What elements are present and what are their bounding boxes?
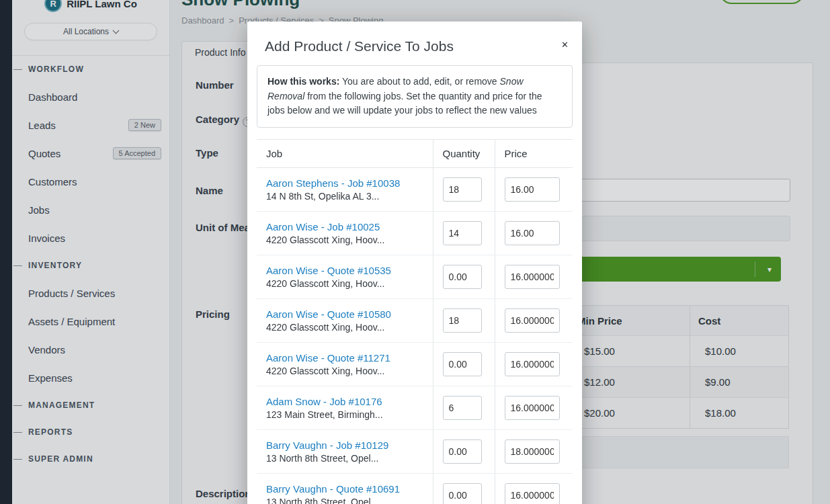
- modal-header: Add Product / Service To Jobs ✕: [247, 22, 582, 65]
- job-link[interactable]: Aaron Wise - Quote #10580: [266, 308, 423, 320]
- job-row: Barry Vaughn - Job #10129 13 North 8th S…: [257, 430, 573, 474]
- quantity-input[interactable]: [443, 439, 482, 464]
- quantity-input[interactable]: [443, 221, 482, 245]
- job-address: 4220 Glasscott Xing, Hoov...: [266, 278, 423, 289]
- jobs-table: Job Quantity Price Aaron Stephens - Job …: [257, 139, 573, 504]
- modal-body: How this works: You are about to add, ed…: [247, 65, 582, 504]
- price-input[interactable]: [505, 396, 560, 420]
- price-column-header: Price: [495, 140, 573, 168]
- job-link[interactable]: Aaron Stephens - Job #10038: [266, 177, 423, 189]
- job-row: Aaron Wise - Quote #11271 4220 Glasscott…: [257, 343, 573, 386]
- job-row: Aaron Wise - Job #10025 4220 Glasscott X…: [257, 212, 573, 255]
- price-input[interactable]: [505, 265, 560, 289]
- job-row: Aaron Wise - Quote #10535 4220 Glasscott…: [257, 255, 573, 299]
- modal-title: Add Product / Service To Jobs: [265, 38, 566, 54]
- quantity-input[interactable]: [443, 396, 482, 420]
- job-link[interactable]: Barry Vaughn - Job #10129: [266, 439, 423, 451]
- quantity-column-header: Quantity: [433, 140, 495, 168]
- job-address: 4220 Glasscott Xing, Hoov...: [266, 322, 423, 333]
- job-row: Adam Snow - Job #10176 123 Main Street, …: [257, 386, 573, 430]
- close-icon[interactable]: ✕: [561, 40, 569, 50]
- job-address: 13 North 8th Street, Opel...: [266, 497, 423, 504]
- quantity-input[interactable]: [443, 308, 482, 333]
- job-link[interactable]: Adam Snow - Job #10176: [266, 396, 423, 407]
- job-row: Aaron Stephens - Job #10038 14 N 8th St,…: [257, 168, 573, 212]
- quantity-input[interactable]: [443, 177, 482, 202]
- note-text-1: You are about to add, edit, or remove: [339, 76, 499, 87]
- how-this-works-note: How this works: You are about to add, ed…: [257, 65, 573, 128]
- job-row: Aaron Wise - Quote #10580 4220 Glasscott…: [257, 299, 573, 343]
- job-address: 14 N 8th St, Opelika AL 3...: [266, 191, 423, 202]
- job-address: 4220 Glasscott Xing, Hoov...: [266, 235, 423, 245]
- note-bold: How this works:: [267, 76, 339, 87]
- note-text-2: from the following jobs. Set the quantit…: [267, 91, 542, 116]
- job-link[interactable]: Aaron Wise - Quote #10535: [266, 265, 423, 276]
- job-column-header: Job: [257, 140, 433, 168]
- price-input[interactable]: [505, 177, 560, 202]
- add-product-service-modal: Add Product / Service To Jobs ✕ How this…: [247, 22, 582, 504]
- jobs-table-header: Job Quantity Price: [257, 140, 573, 168]
- price-input[interactable]: [505, 308, 560, 333]
- job-link[interactable]: Aaron Wise - Quote #11271: [266, 352, 423, 364]
- quantity-input[interactable]: [443, 352, 482, 376]
- job-row: Barry Vaughn - Quote #10691 13 North 8th…: [257, 474, 573, 504]
- price-input[interactable]: [505, 221, 560, 245]
- price-input[interactable]: [505, 439, 560, 464]
- job-address: 123 Main Street, Birmingh...: [266, 409, 423, 420]
- job-link[interactable]: Aaron Wise - Job #10025: [266, 221, 423, 233]
- quantity-input[interactable]: [443, 483, 482, 504]
- price-input[interactable]: [505, 483, 560, 504]
- job-link[interactable]: Barry Vaughn - Quote #10691: [266, 483, 423, 495]
- job-address: 4220 Glasscott Xing, Hoov...: [266, 366, 423, 376]
- quantity-input[interactable]: [443, 265, 482, 289]
- job-address: 13 North 8th Street, Opel...: [266, 453, 423, 464]
- price-input[interactable]: [505, 352, 560, 376]
